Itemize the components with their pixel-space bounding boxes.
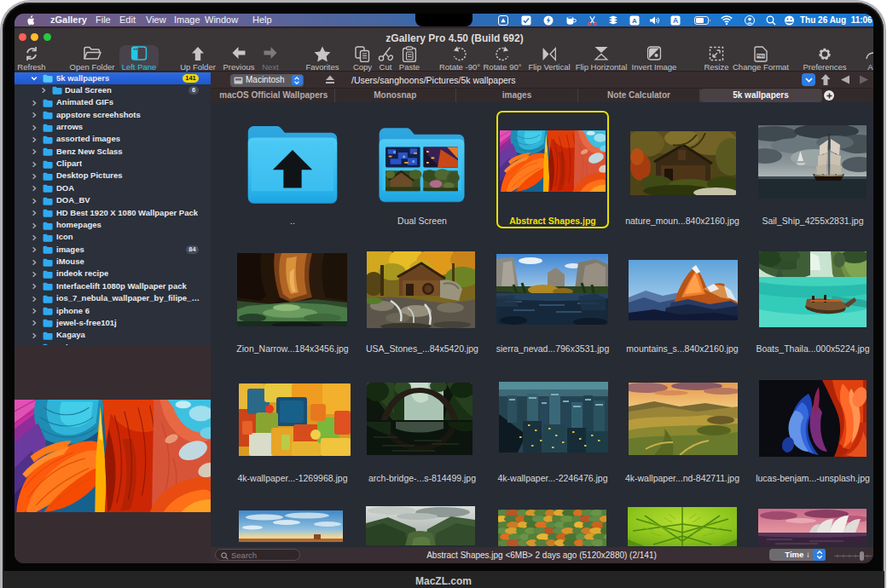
svg-text:A: A [632, 17, 637, 25]
svg-text:A: A [673, 16, 678, 25]
svg-text:PNG: PNG [757, 54, 765, 58]
